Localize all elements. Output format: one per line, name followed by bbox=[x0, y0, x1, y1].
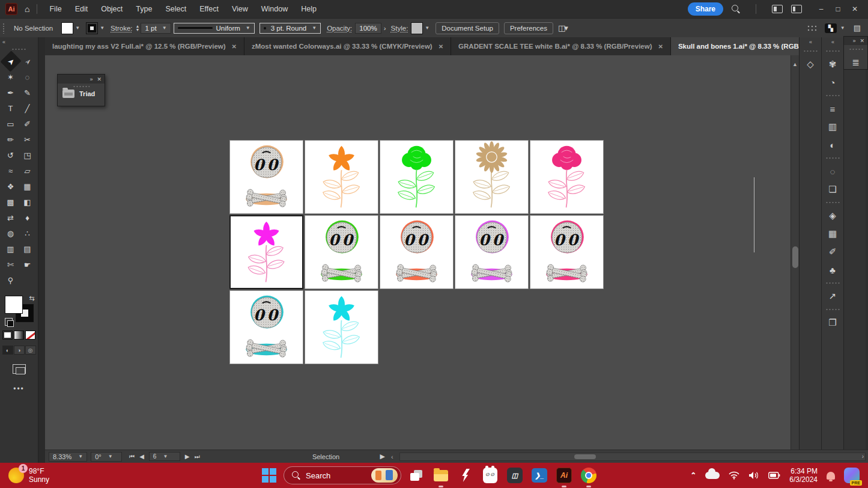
start-button[interactable] bbox=[261, 468, 277, 483]
layers-panel-icon[interactable]: ◈ bbox=[822, 207, 843, 225]
artboard[interactable] bbox=[455, 140, 529, 214]
search-icon[interactable] bbox=[732, 5, 740, 13]
status-options-icon[interactable]: ▶ bbox=[380, 453, 385, 460]
volume-icon[interactable] bbox=[748, 471, 759, 480]
chevron-down-icon[interactable]: ▼ bbox=[75, 25, 80, 31]
battery-icon[interactable] bbox=[768, 472, 780, 479]
links-panel-icon[interactable]: ❏ bbox=[822, 180, 843, 198]
lightning-icon[interactable] bbox=[457, 467, 474, 484]
draw-inside-icon[interactable]: ◎ bbox=[25, 346, 36, 355]
powershell-icon[interactable]: ❯_ bbox=[531, 467, 548, 484]
symbolism-tool-icon[interactable]: ◍ bbox=[3, 226, 19, 240]
stroke-panel-panel-icon[interactable]: ≡ bbox=[822, 100, 843, 118]
artboard[interactable]: 00 bbox=[530, 215, 604, 289]
panel-drag-handle[interactable] bbox=[825, 94, 840, 97]
opacity-label[interactable]: Opacity: bbox=[327, 25, 352, 32]
scroll-up-icon[interactable]: ▲ bbox=[791, 61, 799, 67]
properties-sliders-icon[interactable]: ≣ bbox=[844, 53, 867, 72]
hand-tool-icon[interactable]: ☛ bbox=[20, 257, 35, 272]
none-button[interactable] bbox=[25, 331, 35, 340]
chevron-down-icon[interactable]: ▼ bbox=[425, 25, 429, 31]
column-graph-tool-icon[interactable]: ▥ bbox=[3, 242, 19, 256]
task-view-icon[interactable] bbox=[408, 467, 425, 484]
chevron-down-icon[interactable]: ▼ bbox=[162, 25, 167, 31]
chrome-icon[interactable] bbox=[580, 467, 597, 484]
rotation-dropdown[interactable]: 0°▼ bbox=[91, 452, 122, 462]
screen-mode-icon[interactable] bbox=[13, 364, 26, 374]
minimize-button[interactable]: – bbox=[814, 5, 828, 13]
home-icon[interactable]: ⌂ bbox=[25, 4, 29, 14]
paintbrush-tool-icon[interactable]: ✐ bbox=[20, 117, 35, 131]
maximize-button[interactable]: □ bbox=[831, 5, 845, 13]
panel-drag-handle[interactable] bbox=[803, 50, 818, 52]
style-swatch[interactable] bbox=[411, 22, 423, 34]
previous-artboard-icon[interactable]: ◀ bbox=[139, 453, 144, 460]
horizontal-scrollbar[interactable]: › bbox=[399, 453, 866, 461]
color-panel-icon[interactable]: ✾ bbox=[822, 55, 843, 73]
artboard[interactable] bbox=[229, 215, 303, 289]
rectangle-tool-icon[interactable]: ▭ bbox=[3, 117, 19, 131]
close-tab-icon[interactable]: ✕ bbox=[232, 43, 237, 50]
rotate-tool-icon[interactable]: ↺ bbox=[3, 148, 19, 162]
menu-select[interactable]: Select bbox=[165, 5, 186, 13]
vertical-scroll-thumb[interactable] bbox=[792, 246, 798, 268]
bell-icon[interactable] bbox=[827, 472, 835, 480]
collapse-panel-icon[interactable]: « bbox=[822, 37, 843, 47]
line-segment-tool-icon[interactable]: ╱ bbox=[20, 101, 35, 115]
last-artboard-icon[interactable]: ⏭ bbox=[195, 453, 200, 460]
stroke-swatch[interactable] bbox=[86, 22, 98, 34]
close-icon[interactable]: ✕ bbox=[97, 76, 102, 82]
artboard[interactable] bbox=[305, 290, 378, 364]
menu-object[interactable]: Object bbox=[101, 5, 123, 13]
tray-chevron-icon[interactable]: ⌃ bbox=[690, 471, 696, 480]
next-artboard-icon[interactable]: ▶ bbox=[185, 453, 190, 460]
first-artboard-icon[interactable]: ⏮ bbox=[129, 453, 135, 460]
toolbar-drag-handle[interactable] bbox=[11, 48, 27, 50]
opacity-input[interactable]: 100% bbox=[355, 23, 381, 34]
artboards-panel-panel-icon[interactable]: ▦ bbox=[822, 225, 843, 243]
gradient-tool-icon[interactable]: ◧ bbox=[20, 195, 35, 209]
brush-preset-dropdown[interactable]: 3 pt. Round▼ bbox=[259, 23, 321, 34]
share-button[interactable]: Share bbox=[688, 2, 723, 16]
panel-drag-handle[interactable] bbox=[825, 308, 840, 311]
width-profile-dropdown[interactable]: Uniform▼ bbox=[174, 23, 255, 34]
drag-handle[interactable] bbox=[2, 23, 5, 34]
knife-tool-icon[interactable]: ✄ bbox=[3, 257, 19, 272]
artboard[interactable]: 00 bbox=[305, 215, 378, 289]
collapse-panel-icon[interactable]: « bbox=[800, 37, 821, 47]
symbol-sprayer-tool-icon[interactable]: ∴ bbox=[20, 226, 35, 240]
scroll-left-icon[interactable]: ‹ bbox=[391, 453, 393, 460]
menu-help[interactable]: Help bbox=[301, 5, 317, 13]
fill-indicator[interactable] bbox=[5, 296, 23, 314]
swap-fill-stroke-icon[interactable]: ⇆ bbox=[29, 294, 34, 302]
symbols-panel-icon[interactable]: ♣ bbox=[822, 261, 843, 279]
fill-swatch[interactable] bbox=[61, 22, 73, 34]
panel-drag-handle[interactable] bbox=[73, 85, 90, 88]
stroke-weight-input[interactable]: 1 pt▼ bbox=[141, 23, 171, 34]
default-fill-stroke-icon[interactable] bbox=[5, 318, 13, 326]
clock[interactable]: 6:34 PM 6/3/2024 bbox=[789, 467, 818, 484]
document-tab[interactable]: zMost wanted Colorways.ai @ 33.33 % (CMY… bbox=[244, 37, 451, 55]
menu-file[interactable]: File bbox=[49, 5, 61, 13]
gradient-swatch-panel-icon[interactable]: ▥ bbox=[822, 118, 843, 136]
zoom-level-dropdown[interactable]: 8.33%▼ bbox=[49, 452, 87, 462]
artboard[interactable]: 00 bbox=[380, 215, 454, 289]
illustrator-icon[interactable]: Ai bbox=[556, 467, 572, 484]
artboard[interactable] bbox=[305, 140, 378, 214]
close-icon[interactable]: ✕ bbox=[860, 38, 864, 44]
panel-menu-icon[interactable]: » bbox=[90, 76, 93, 82]
3d-and-materials-panel-icon[interactable]: ◇ bbox=[800, 55, 821, 73]
panel-drag-handle[interactable] bbox=[825, 282, 840, 284]
file-explorer-icon[interactable] bbox=[432, 467, 449, 484]
panel-menu-icon[interactable]: » bbox=[852, 38, 855, 44]
artboard-tool-tool-icon[interactable]: ▤ bbox=[20, 242, 35, 256]
document-setup-button[interactable]: Document Setup bbox=[436, 22, 499, 34]
ai-logo[interactable]: Ai bbox=[5, 3, 17, 15]
menu-view[interactable]: View bbox=[232, 5, 248, 13]
menu-effect[interactable]: Effect bbox=[199, 5, 219, 13]
preferences-button[interactable]: Preferences bbox=[504, 22, 553, 34]
asset-export-panel-icon[interactable]: ❐ bbox=[822, 314, 843, 332]
direct-selection-tool-icon[interactable]: ➢ bbox=[17, 50, 38, 72]
artboard-number-dropdown[interactable]: 6▼ bbox=[149, 452, 180, 461]
menu-edit[interactable]: Edit bbox=[75, 5, 88, 13]
